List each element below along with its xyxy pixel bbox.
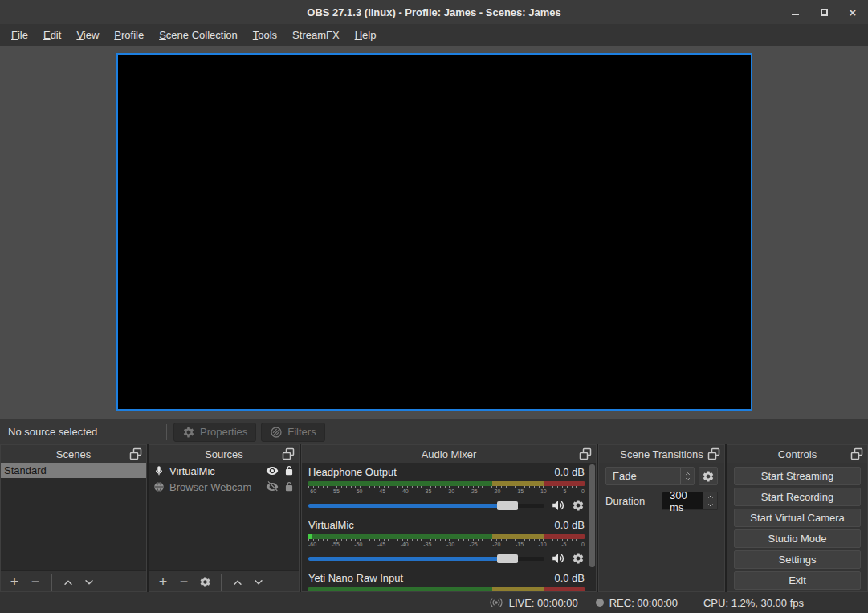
slider-handle[interactable] (497, 501, 518, 510)
eye-icon[interactable] (266, 464, 279, 477)
speaker-icon[interactable] (551, 551, 565, 566)
mixer-channel-headphone-output: Headphone Output 0.0 dB -60-55-50-45-40-… (302, 463, 596, 516)
chevron-up-icon (707, 493, 715, 500)
channel-gear-icon[interactable] (572, 552, 585, 565)
remove-source-button[interactable]: − (175, 574, 193, 591)
scenes-header[interactable]: Scenes (1, 445, 146, 463)
properties-button[interactable]: Properties (173, 423, 256, 442)
scene-up-button[interactable] (59, 574, 77, 591)
duration-decrease-button[interactable] (703, 501, 717, 509)
eye-slash-icon[interactable] (266, 480, 279, 493)
studio-mode-button[interactable]: Studio Mode (734, 529, 861, 548)
menu-scene-collection[interactable]: Scene Collection (159, 29, 238, 41)
toolbar-separator (51, 574, 52, 591)
transition-properties-button[interactable] (699, 467, 718, 485)
volume-slider[interactable] (308, 501, 544, 510)
meter-tick-label: -20 (492, 488, 500, 495)
sources-list: VirtualMic Browser Webcam (149, 463, 299, 570)
popout-icon[interactable] (850, 447, 863, 460)
chevron-down-icon (707, 502, 715, 509)
close-button[interactable]: × (844, 3, 862, 21)
filters-label: Filters (287, 426, 316, 438)
duration-label: Duration (605, 495, 662, 507)
meter-tick-labels: -60-55-50-45-40-35-30-25-20-15-10-50 (308, 541, 585, 548)
scene-transitions-header[interactable]: Scene Transitions (599, 445, 724, 463)
popout-icon[interactable] (129, 447, 142, 460)
lock-open-icon[interactable] (283, 465, 295, 476)
menu-help[interactable]: Help (355, 29, 377, 41)
meter-tick-label: -5 (561, 488, 566, 495)
live-status: LIVE: 00:00:00 (509, 597, 578, 609)
scene-transitions-panel: Scene Transitions Fade (598, 444, 725, 592)
scenes-list: Standard (1, 463, 146, 570)
scenes-panel: Scenes Standard + − (0, 444, 147, 592)
volume-meter (308, 534, 585, 539)
scene-item-standard[interactable]: Standard (1, 463, 146, 478)
menu-streamfx[interactable]: StreamFX (292, 29, 340, 41)
meter-tick-label: -25 (470, 541, 478, 548)
mixer-scrollbar[interactable] (589, 464, 595, 567)
source-item-virtualmic[interactable]: VirtualMic (149, 463, 299, 479)
source-down-button[interactable] (250, 574, 267, 591)
popout-icon[interactable] (579, 447, 592, 460)
scene-down-button[interactable] (80, 574, 98, 591)
audio-mixer-body: Headphone Output 0.0 dB -60-55-50-45-40-… (302, 463, 596, 591)
filters-button[interactable]: Filters (261, 423, 324, 442)
sources-title: Sources (205, 448, 243, 460)
menu-tools[interactable]: Tools (253, 29, 277, 41)
toolbar-separator (166, 424, 167, 440)
broadcast-icon (489, 595, 503, 610)
toolbar-separator (221, 574, 222, 591)
mixer-channel-virtualmic: VirtualMic 0.0 dB -60-55-50-45-40-35-30-… (302, 516, 596, 569)
start-streaming-button[interactable]: Start Streaming (734, 467, 861, 485)
popout-icon[interactable] (707, 447, 720, 460)
mixer-channel-yeti-nano: Yeti Nano Raw Input 0.0 dB -60-55-50-45-… (302, 569, 596, 591)
exit-button[interactable]: Exit (734, 571, 861, 590)
channel-db-value: 0.0 dB (554, 572, 585, 585)
duration-spinbox[interactable]: 300 ms (662, 492, 718, 510)
meter-tick-labels: -60-55-50-45-40-35-30-25-20-15-10-50 (308, 488, 585, 495)
settings-button[interactable]: Settings (734, 550, 861, 569)
speaker-icon[interactable] (551, 498, 565, 513)
combo-spinner[interactable] (680, 468, 694, 484)
menu-edit[interactable]: Edit (43, 29, 61, 41)
channel-db-value: 0.0 dB (554, 519, 585, 532)
slider-handle[interactable] (497, 554, 518, 563)
source-item-browser-webcam[interactable]: Browser Webcam (149, 479, 299, 495)
start-recording-button[interactable]: Start Recording (734, 488, 861, 506)
transition-select[interactable]: Fade (605, 467, 695, 485)
menu-file[interactable]: File (11, 29, 28, 41)
add-scene-button[interactable]: + (6, 574, 23, 591)
volume-slider[interactable] (308, 554, 544, 563)
duration-increase-button[interactable] (703, 492, 717, 501)
sources-header[interactable]: Sources (149, 445, 299, 463)
preview-canvas[interactable] (116, 53, 752, 411)
lock-open-icon[interactable] (283, 481, 295, 492)
menu-profile[interactable]: Profile (114, 29, 144, 41)
scenes-toolbar: + − (1, 570, 146, 591)
popout-icon[interactable] (282, 447, 295, 460)
menu-view[interactable]: View (76, 29, 99, 41)
source-name: VirtualMic (169, 465, 261, 477)
source-status-label: No source selected (8, 426, 162, 438)
chevron-up-icon (684, 471, 691, 476)
properties-label: Properties (200, 426, 247, 438)
source-name: Browser Webcam (169, 481, 261, 493)
source-up-button[interactable] (229, 574, 247, 591)
meter-tick-label: -60 (308, 541, 316, 548)
source-properties-button[interactable] (196, 574, 214, 591)
remove-scene-button[interactable]: − (26, 574, 44, 591)
scenes-body: Standard + − (1, 463, 146, 591)
audio-mixer-header[interactable]: Audio Mixer (302, 445, 596, 463)
start-virtual-camera-button[interactable]: Start Virtual Camera (734, 509, 861, 527)
minimize-icon (792, 14, 799, 15)
globe-icon (153, 481, 165, 492)
channel-gear-icon[interactable] (572, 499, 585, 512)
add-source-button[interactable]: + (154, 574, 172, 591)
channel-name: Headphone Output (308, 466, 397, 479)
controls-header[interactable]: Controls (727, 445, 867, 463)
transition-selected-value: Fade (606, 470, 680, 482)
meter-tick-label: 0 (581, 488, 585, 495)
maximize-button[interactable] (815, 3, 833, 21)
minimize-button[interactable] (786, 3, 804, 21)
